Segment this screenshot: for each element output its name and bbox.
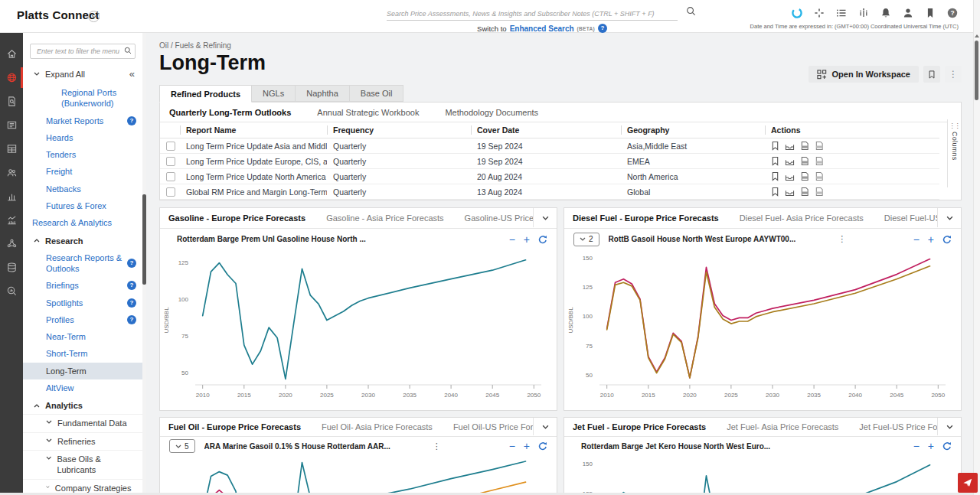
jet-fuel-line-chart[interactable]: 5075100125150USD/BBL20102015202020252030… — [564, 455, 958, 495]
kebab-icon[interactable]: ⋮ — [433, 441, 441, 451]
zoom-out-button[interactable]: − — [913, 441, 920, 451]
report-name-cell[interactable]: Long Term Price Update Europe, CIS, and … — [180, 154, 327, 169]
help-badge-icon[interactable]: ? — [598, 24, 607, 33]
sidebar-item-short-term[interactable]: Short-Term — [23, 345, 142, 362]
apps-icon[interactable] — [813, 7, 825, 19]
reset-zoom-icon[interactable] — [942, 235, 952, 244]
info-badge-icon[interactable]: ? — [127, 116, 136, 125]
menu-filter-input[interactable] — [35, 45, 121, 57]
refresh-spinner-icon[interactable] — [791, 7, 803, 19]
tab-naphtha[interactable]: Naphtha — [296, 85, 350, 102]
pdf-file-icon[interactable] — [800, 187, 809, 197]
xls-file-icon[interactable] — [815, 156, 824, 166]
kebab-icon[interactable]: ⋮ — [838, 234, 846, 244]
expand-all-label[interactable]: Expand All — [45, 70, 85, 79]
sidebar-item-base-oils[interactable]: Base Oils & Lubricants — [23, 450, 142, 479]
subtab-quarterly-outlooks[interactable]: Quarterly Long-Term Outlooks — [169, 108, 291, 117]
home-icon[interactable] — [0, 47, 23, 60]
sidebar-item-near-term[interactable]: Near-Term — [23, 328, 142, 345]
trend-chart-icon[interactable] — [0, 213, 23, 226]
breadcrumb[interactable]: Oil / Fuels & Refining — [159, 41, 974, 50]
subtab-annual-workbook[interactable]: Annual Strategic Workbook — [317, 108, 419, 117]
bookmark-icon[interactable] — [771, 156, 779, 166]
notifications-bell-icon[interactable] — [880, 7, 892, 19]
tab-refined-products[interactable]: Refined Products — [159, 85, 252, 103]
tab-jet-fuel-europe[interactable]: Jet Fuel - Europe Price Forecasts — [573, 422, 706, 431]
zoom-out-button[interactable]: − — [509, 441, 515, 451]
tab-fuel-oil-europe[interactable]: Fuel Oil - Europe Price Forecasts — [168, 422, 301, 431]
feedback-button[interactable] — [958, 473, 978, 493]
zoom-in-button[interactable]: + — [928, 441, 934, 451]
data-feed-icon[interactable] — [858, 7, 870, 19]
report-name-cell[interactable]: Global RM Price and Margin Long-Term Out… — [180, 184, 327, 200]
tab-diesel-asia[interactable]: Diesel Fuel- Asia Price Forecasts — [740, 213, 864, 223]
sidebar-section-analytics[interactable]: Analytics — [23, 396, 142, 414]
bookmark-page-button[interactable] — [923, 66, 940, 83]
sidebar-scrollbar[interactable] — [142, 32, 146, 495]
zoom-in-button[interactable]: + — [524, 234, 530, 245]
zoom-in-button[interactable]: + — [928, 234, 934, 245]
globe-icon[interactable] — [0, 71, 23, 84]
series-legend[interactable]: ARA Marine Gasoil 0.1% S House Rotterdam… — [204, 442, 390, 451]
series-count-dropdown[interactable]: 2 — [573, 233, 599, 246]
xls-file-icon[interactable] — [815, 171, 824, 181]
sidebar-item-profiles[interactable]: Profiles? — [23, 311, 142, 328]
sidebar-item-regional-ports[interactable]: Regional Ports (Bunkerworld) — [23, 84, 142, 112]
table-row[interactable]: Global RM Price and Margin Long-Term Out… — [160, 184, 939, 200]
export-tray-icon[interactable] — [785, 187, 795, 197]
pdf-file-icon[interactable] — [800, 156, 809, 166]
help-icon[interactable]: ? — [946, 7, 959, 19]
sidebar-item-heards[interactable]: Heards — [23, 129, 142, 146]
tab-diesel-europe[interactable]: Diesel Fuel - Europe Price Forecasts — [573, 213, 719, 223]
database-icon[interactable] — [0, 261, 23, 274]
series-legend[interactable]: RottB Gasoil House North West Europe AAY… — [609, 235, 796, 243]
gasoline-line-chart[interactable]: 5075100125USD/BBL20102015202020252030203… — [160, 249, 554, 410]
scrollbar-thumb[interactable] — [975, 41, 978, 100]
sidebar-item-altview[interactable]: AltView — [23, 379, 142, 396]
info-badge-icon[interactable]: ? — [127, 259, 136, 268]
zoom-out-button[interactable]: − — [913, 234, 920, 245]
scrollbar-thumb[interactable] — [142, 194, 146, 285]
sidebar-item-research-reports[interactable]: Research Reports & Outlooks? — [23, 249, 142, 278]
search-input[interactable] — [387, 8, 678, 21]
info-badge-icon[interactable]: ? — [127, 315, 136, 324]
col-cover-date[interactable]: Cover Date — [471, 122, 621, 138]
bookmark-icon[interactable] — [771, 187, 779, 197]
chevron-down-icon[interactable] — [937, 418, 961, 435]
more-options-button[interactable]: ⋮ — [945, 66, 962, 83]
sidebar-item-tenders[interactable]: Tenders — [23, 146, 142, 163]
sidebar-item-briefings[interactable]: Briefings? — [23, 277, 142, 294]
xls-file-icon[interactable] — [815, 141, 824, 151]
report-name-cell[interactable]: Long Term Price Update North America — [180, 169, 327, 184]
search-analytics-icon[interactable] — [0, 285, 23, 298]
list-icon[interactable] — [835, 7, 848, 19]
enhanced-search-link[interactable]: Enhanced Search — [510, 24, 574, 33]
row-checkbox[interactable] — [166, 172, 175, 181]
sidebar-item-fundamental-data[interactable]: Fundamental Data — [23, 414, 142, 431]
tab-ngls[interactable]: NGLs — [252, 85, 296, 102]
series-count-dropdown[interactable]: 5 — [169, 439, 195, 453]
chevron-down-icon[interactable] — [533, 208, 557, 227]
tab-base-oil[interactable]: Base Oil — [350, 85, 404, 102]
sidebar-item-market-reports[interactable]: Market Reports? — [23, 112, 142, 129]
tab-jet-fuel-asia[interactable]: Jet Fuel- Asia Price Forecasts — [727, 422, 838, 431]
collapse-sidebar-icon[interactable]: « — [129, 69, 135, 79]
subtab-methodology[interactable]: Methodology Documents — [445, 108, 538, 117]
xls-file-icon[interactable] — [815, 187, 824, 197]
reset-zoom-icon[interactable] — [942, 441, 952, 451]
tab-fuel-oil-asia[interactable]: Fuel Oil- Asia Price Forecasts — [322, 422, 433, 431]
export-tray-icon[interactable] — [785, 142, 795, 151]
table-row[interactable]: Long Term Price Update Asia and Middle E… — [160, 138, 939, 154]
page-scrollbar[interactable] — [973, 0, 980, 495]
tab-gasoline-europe[interactable]: Gasoline - Europe Price Forecasts — [168, 213, 305, 223]
series-legend[interactable]: Rotterdam Barge Prem Unl Gasoline House … — [177, 235, 366, 243]
zoom-in-button[interactable]: + — [524, 441, 530, 451]
sidebar-item-long-term[interactable]: Long-Term — [23, 363, 142, 379]
col-report-name[interactable]: Report Name — [180, 122, 327, 138]
columns-chooser-tab[interactable]: ⋮⋮ Columns — [947, 119, 961, 187]
info-badge-icon[interactable]: ? — [127, 298, 136, 308]
fuel-oil-line-chart[interactable]: 50100USD/BBL2010201520202025203020352040… — [160, 455, 554, 495]
account-person-icon[interactable] — [902, 7, 914, 19]
reset-zoom-icon[interactable] — [538, 235, 547, 244]
network-icon[interactable] — [0, 237, 23, 250]
